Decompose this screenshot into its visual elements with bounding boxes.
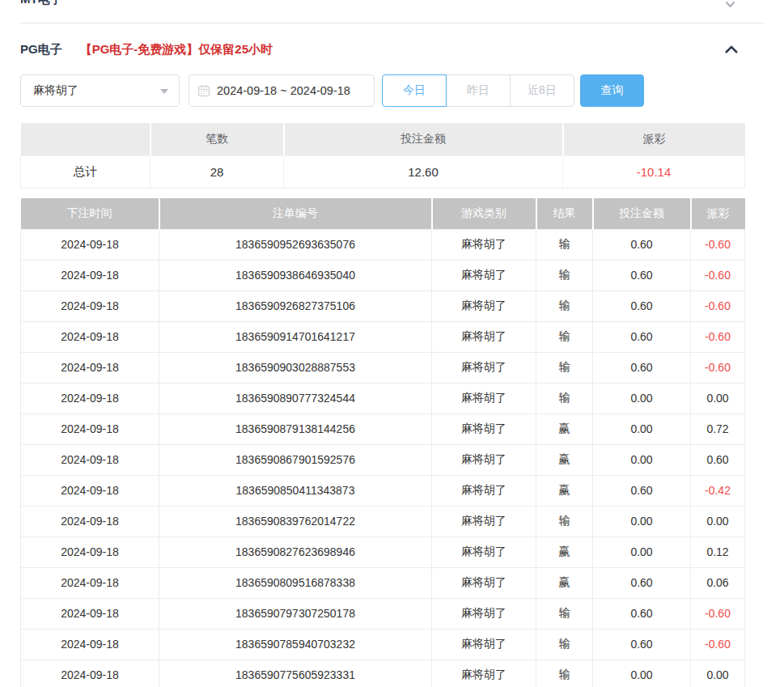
last-8-days-button[interactable]: 近8日 [510, 74, 574, 107]
chevron-up-icon [724, 45, 739, 54]
chevron-down-icon[interactable] [725, 0, 735, 11]
game-type-cell: 麻将胡了 [432, 567, 536, 598]
summary-payout-value: -10.14 [563, 155, 745, 188]
bet-time-cell: 2024-09-18 [21, 475, 159, 506]
game-select[interactable]: 麻将胡了 [20, 74, 180, 107]
bet-amount-cell: 0.60 [593, 321, 691, 352]
summary-header-payout: 派彩 [563, 123, 745, 155]
table-row: 2024-09-181836590926827375106麻将胡了输0.60-0… [21, 290, 745, 321]
game-type-cell: 麻将胡了 [432, 475, 536, 506]
result-cell: 输 [536, 629, 593, 659]
order-id-cell: 1836590797307250178 [159, 598, 432, 629]
summary-bet-amount-value: 12.60 [284, 155, 563, 188]
header-bet-amount: 投注金额 [593, 198, 691, 229]
collapse-section-button[interactable] [724, 45, 739, 54]
result-cell: 输 [536, 229, 593, 260]
order-id-cell: 1836590775605923331 [159, 659, 432, 687]
table-row: 2024-09-181836590850411343873麻将胡了赢0.60-0… [21, 475, 745, 506]
game-type-cell: 麻将胡了 [432, 260, 536, 290]
payout-cell: 0.00 [691, 506, 745, 536]
result-cell: 输 [536, 506, 593, 536]
bet-amount-cell: 0.60 [593, 290, 691, 321]
filter-toolbar: 麻将胡了 2024-09-18 ~ 2024-09-18 今日 昨日 近8日 查… [20, 74, 644, 107]
bet-time-cell: 2024-09-18 [21, 229, 159, 260]
calendar-icon [197, 84, 210, 97]
payout-cell: -0.60 [691, 352, 745, 383]
game-type-cell: 麻将胡了 [432, 290, 536, 321]
bet-amount-cell: 0.00 [593, 536, 691, 567]
section-divider [20, 23, 764, 23]
result-cell: 输 [536, 659, 593, 687]
table-row: 2024-09-181836590903028887553麻将胡了输0.60-0… [21, 352, 745, 383]
table-row: 2024-09-181836590827623698946麻将胡了赢0.000.… [21, 536, 745, 567]
game-type-cell: 麻将胡了 [432, 659, 536, 687]
summary-count-value: 28 [150, 155, 284, 188]
date-quick-button-group: 今日 昨日 近8日 [382, 74, 574, 107]
table-row: 2024-09-181836590839762014722麻将胡了输0.000.… [21, 506, 745, 536]
payout-cell: 0.00 [691, 383, 745, 413]
game-type-cell: 麻将胡了 [432, 629, 536, 659]
order-id-cell: 1836590879138144256 [159, 413, 432, 444]
bet-time-cell: 2024-09-18 [21, 352, 159, 383]
result-cell: 输 [536, 290, 593, 321]
payout-cell: 0.12 [691, 536, 745, 567]
result-cell: 输 [536, 321, 593, 352]
payout-cell: -0.60 [691, 229, 745, 260]
bet-amount-cell: 0.60 [593, 352, 691, 383]
result-cell: 赢 [536, 567, 593, 598]
bet-time-cell: 2024-09-18 [21, 629, 159, 659]
payout-cell: -0.42 [691, 475, 745, 506]
date-range-input[interactable]: 2024-09-18 ~ 2024-09-18 [189, 74, 375, 107]
table-row: 2024-09-181836590890777324544麻将胡了输0.000.… [21, 383, 745, 413]
query-button[interactable]: 查询 [580, 74, 644, 107]
date-range-value: 2024-09-18 ~ 2024-09-18 [217, 84, 350, 97]
today-button[interactable]: 今日 [382, 74, 447, 107]
payout-cell: 0.00 [691, 659, 745, 687]
order-id-cell: 1836590903028887553 [159, 352, 432, 383]
payout-cell: -0.60 [691, 260, 745, 290]
game-type-cell: 麻将胡了 [432, 506, 536, 536]
bet-time-cell: 2024-09-18 [21, 321, 159, 352]
bet-time-cell: 2024-09-18 [21, 290, 159, 321]
game-type-cell: 麻将胡了 [432, 321, 536, 352]
pg-section-title: PG电子 [20, 42, 62, 57]
header-result: 结果 [536, 198, 593, 229]
result-cell: 赢 [536, 444, 593, 475]
payout-cell: -0.60 [691, 598, 745, 629]
game-type-cell: 麻将胡了 [432, 413, 536, 444]
order-id-cell: 1836590890777324544 [159, 383, 432, 413]
game-type-cell: 麻将胡了 [432, 352, 536, 383]
result-cell: 赢 [536, 536, 593, 567]
summary-total-label: 总计 [21, 155, 150, 188]
bet-table-header-row: 下注时间 注单编号 游戏类别 结果 投注金额 派彩 [21, 198, 745, 229]
game-type-cell: 麻将胡了 [432, 383, 536, 413]
bet-amount-cell: 0.00 [593, 659, 691, 687]
summary-total-row: 总计 28 12.60 -10.14 [21, 155, 745, 188]
bet-amount-cell: 0.00 [593, 413, 691, 444]
bet-time-cell: 2024-09-18 [21, 598, 159, 629]
caret-down-icon [160, 89, 168, 94]
bet-time-cell: 2024-09-18 [21, 567, 159, 598]
table-row: 2024-09-181836590879138144256麻将胡了赢0.000.… [21, 413, 745, 444]
game-select-value: 麻将胡了 [33, 83, 78, 98]
bet-amount-cell: 0.60 [593, 475, 691, 506]
bet-time-cell: 2024-09-18 [21, 413, 159, 444]
table-row: 2024-09-181836590952693635076麻将胡了输0.60-0… [21, 229, 745, 260]
summary-header-row: 笔数 投注金额 派彩 [21, 123, 745, 155]
order-id-cell: 1836590850411343873 [159, 475, 432, 506]
bet-time-cell: 2024-09-18 [21, 444, 159, 475]
bet-records-table: 下注时间 注单编号 游戏类别 结果 投注金额 派彩 2024-09-181836… [20, 198, 745, 687]
table-row: 2024-09-181836590867901592576麻将胡了赢0.000.… [21, 444, 745, 475]
summary-table: 笔数 投注金额 派彩 总计 28 12.60 -10.14 [20, 123, 745, 189]
game-type-cell: 麻将胡了 [432, 598, 536, 629]
bet-time-cell: 2024-09-18 [21, 260, 159, 290]
yesterday-button[interactable]: 昨日 [446, 74, 511, 107]
result-cell: 输 [536, 260, 593, 290]
pg-section-header: PG电子 【PG电子-免费游戏】仅保留25小时 [20, 39, 764, 60]
bet-table-body: 2024-09-181836590952693635076麻将胡了输0.60-0… [21, 229, 745, 687]
order-id-cell: 1836590952693635076 [159, 229, 432, 260]
game-type-cell: 麻将胡了 [432, 444, 536, 475]
table-row: 2024-09-181836590775605923331麻将胡了输0.000.… [21, 659, 745, 687]
game-type-cell: 麻将胡了 [432, 229, 536, 260]
bet-time-cell: 2024-09-18 [21, 659, 159, 687]
